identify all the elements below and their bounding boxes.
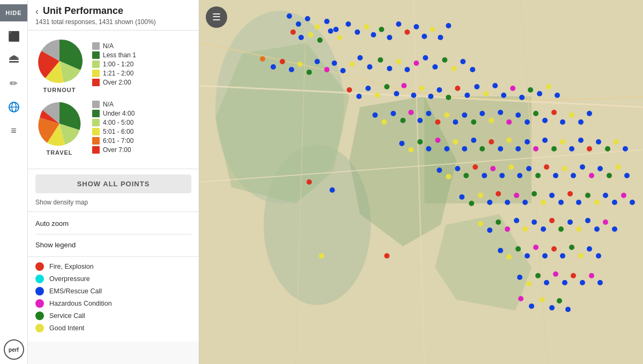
svg-point-152	[526, 166, 532, 171]
svg-point-117	[408, 147, 414, 153]
svg-point-56	[378, 57, 383, 63]
svg-point-70	[375, 93, 380, 98]
svg-point-74	[411, 93, 416, 98]
svg-point-119	[426, 146, 431, 151]
svg-point-137	[587, 146, 592, 151]
show-legend-option[interactable]: Show legend	[35, 239, 191, 251]
panel-title: Unit Performance	[43, 5, 123, 17]
options-section: Auto zoom Show legend	[28, 212, 199, 257]
svg-point-109	[533, 111, 539, 116]
fire-label: Fire, Explosion	[49, 263, 94, 270]
perf-badge[interactable]: perf	[4, 339, 24, 360]
svg-point-168	[496, 191, 501, 196]
map-menu-button[interactable]: ☰	[206, 6, 227, 28]
svg-point-104	[489, 118, 494, 123]
svg-point-126	[489, 139, 494, 145]
svg-point-200	[498, 248, 503, 253]
svg-point-103	[480, 111, 485, 116]
list-icon[interactable]: ≡	[3, 120, 25, 141]
svg-point-40	[430, 27, 435, 32]
svg-point-139	[605, 146, 610, 151]
svg-point-178	[585, 193, 590, 198]
turnout-pie	[35, 37, 84, 85]
svg-point-41	[438, 35, 443, 40]
svg-point-171	[522, 200, 528, 205]
svg-point-129	[515, 146, 521, 151]
svg-point-63	[442, 57, 447, 63]
svg-point-25	[298, 35, 304, 40]
back-button[interactable]: ‹	[35, 6, 39, 16]
svg-point-42	[446, 23, 451, 28]
svg-point-66	[470, 67, 475, 72]
svg-point-57	[387, 66, 392, 71]
map-legend-section: Fire, Explosion Overpressure EMS/Rescue …	[28, 257, 199, 342]
svg-point-50	[324, 67, 330, 72]
edit-icon[interactable]: ✏	[3, 73, 25, 94]
svg-point-51	[332, 60, 337, 66]
svg-point-204	[533, 245, 539, 250]
hide-button[interactable]: HIDE	[0, 4, 27, 21]
globe-icon[interactable]	[3, 96, 25, 118]
legend-service: Service Call	[35, 312, 191, 320]
svg-point-108	[525, 119, 530, 125]
svg-point-176	[567, 191, 573, 196]
travel-legend-na: N/A	[103, 101, 114, 108]
svg-point-22	[324, 19, 330, 24]
turnout-legend-over200: Over 2:00	[103, 79, 131, 86]
svg-point-69	[365, 86, 371, 91]
layers-icon[interactable]	[3, 49, 25, 71]
svg-point-68	[356, 94, 362, 99]
turnout-label: TURNOUT	[35, 87, 84, 93]
svg-point-34	[379, 27, 384, 32]
svg-point-147	[482, 173, 487, 178]
svg-point-210	[587, 246, 592, 252]
svg-point-24	[290, 29, 296, 35]
svg-point-177	[576, 200, 581, 205]
svg-point-220	[589, 273, 594, 278]
svg-point-71	[384, 84, 390, 89]
controls-section: SHOW ALL POINTS Show density map	[28, 169, 199, 212]
svg-point-29	[337, 35, 342, 40]
svg-point-97	[426, 111, 431, 116]
svg-point-214	[535, 273, 541, 278]
show-all-points-button[interactable]: SHOW ALL POINTS	[35, 175, 191, 193]
svg-point-196	[585, 218, 590, 223]
monitor-icon[interactable]: ⬛	[3, 26, 25, 47]
svg-point-187	[505, 226, 510, 232]
svg-point-173	[541, 200, 546, 205]
svg-point-164	[459, 194, 465, 200]
turnout-legend: N/A Less than 1 1:00 - 1:20 1:21 - 2:00 …	[92, 42, 191, 88]
svg-point-79	[455, 86, 460, 91]
svg-point-93	[391, 111, 396, 116]
svg-point-209	[578, 253, 584, 259]
overpressure-dot	[35, 275, 44, 283]
svg-point-122	[453, 139, 458, 145]
svg-point-134	[560, 139, 565, 145]
svg-point-222	[518, 296, 524, 301]
show-density-map-link[interactable]: Show density map	[35, 199, 191, 206]
svg-point-224	[540, 297, 545, 302]
svg-point-191	[541, 226, 546, 232]
svg-point-159	[589, 173, 594, 178]
svg-point-149	[499, 173, 505, 178]
svg-point-172	[532, 191, 537, 196]
svg-point-84	[501, 93, 506, 98]
travel-legend-501-600: 5:01 - 6:00	[103, 128, 133, 135]
svg-point-80	[465, 93, 470, 98]
svg-point-192	[549, 218, 555, 223]
svg-point-31	[355, 29, 360, 35]
svg-point-193	[558, 226, 564, 232]
svg-point-219	[580, 280, 585, 285]
svg-point-182	[621, 193, 626, 198]
svg-point-144	[455, 166, 460, 171]
svg-point-107	[515, 112, 521, 118]
auto-zoom-option[interactable]: Auto zoom	[35, 217, 191, 230]
map-area[interactable]: ☰	[199, 0, 643, 364]
svg-point-132	[542, 138, 548, 143]
svg-point-52	[340, 68, 346, 73]
svg-point-153	[535, 173, 541, 178]
travel-legend-under4: Under 4:00	[103, 110, 134, 117]
svg-point-230	[330, 187, 335, 193]
svg-point-186	[496, 219, 501, 225]
travel-legend-over700: Over 7:00	[103, 146, 131, 154]
